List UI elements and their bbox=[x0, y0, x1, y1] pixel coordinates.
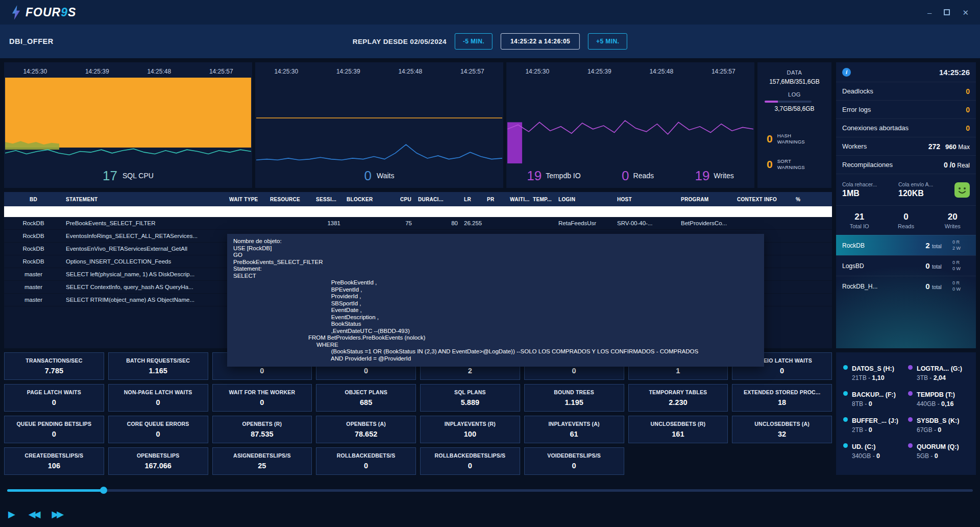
col-context-info[interactable]: CONTEXT INFO bbox=[734, 197, 793, 202]
col-resource[interactable]: RESOURCE bbox=[267, 197, 313, 202]
play-icon[interactable]: ▶ bbox=[8, 509, 17, 520]
tick-label: 14:25:30 bbox=[525, 68, 549, 75]
fast-forward-icon[interactable]: ▶▶ bbox=[52, 509, 64, 520]
database-name: DBI_OFFER bbox=[9, 37, 54, 45]
sql-statement-text: Nombre de objeto: USE [RockDB] GO PreBoo… bbox=[233, 238, 758, 362]
filter-row[interactable] bbox=[4, 206, 832, 217]
tile-bound-trees: BOUND TREES1.195 bbox=[524, 384, 624, 412]
reads-label: Reads bbox=[633, 172, 654, 180]
table-header: BDSTATEMENTWAIT TYPERESOURCESESSI...BLOC… bbox=[4, 192, 832, 206]
tile-rollbackedbetslips-s: ROLLBACKEDBETSLIPS/S0 bbox=[420, 447, 520, 475]
tile-asignedbetslips-s: ASIGNEDBETSLIPS/S25 bbox=[212, 447, 312, 475]
time-range-button[interactable]: 14:25:22 a 14:26:05 bbox=[501, 33, 580, 50]
tick-label: 14:25:48 bbox=[398, 68, 422, 75]
tempdb-io-value: 19 bbox=[527, 168, 542, 184]
col-cpu[interactable]: CPU bbox=[397, 197, 415, 202]
waits-chart-panel: 14:25:3014:25:3914:25:4814:25:57 0 Waits bbox=[255, 62, 503, 188]
col-duracion[interactable]: DURACI... bbox=[415, 197, 461, 202]
tile-core-queue-errors: CORE QUEUE ERRORS0 bbox=[108, 416, 208, 443]
disks-panel: DATOS_S (H:)21TB - 1,10 LOGTRA... (G:)3T… bbox=[836, 352, 976, 475]
tick-label: 14:25:39 bbox=[336, 68, 360, 75]
disk-dot-icon bbox=[843, 417, 848, 422]
stat-deadlocks: Deadlocks0 bbox=[836, 82, 976, 100]
tick-label: 14:25:57 bbox=[209, 68, 233, 75]
col-statement[interactable]: STATEMENT bbox=[63, 197, 226, 202]
stat-aborted-connections: Conexiones abortadas0 bbox=[836, 118, 976, 137]
col-blocker[interactable]: BLOCKER bbox=[344, 197, 397, 202]
tick-label: 14:25:57 bbox=[460, 68, 484, 75]
info-icon[interactable]: i bbox=[842, 68, 851, 77]
plus-5min-button[interactable]: +5 MIN. bbox=[588, 33, 627, 50]
queues-row: Cola rehacer... 1MB Cola envío A... 120K… bbox=[836, 174, 976, 205]
right-sidebar: i 14:25:26 Deadlocks0 Error logs0 Conexi… bbox=[836, 62, 976, 475]
writes-value: 19 bbox=[695, 168, 709, 184]
timeline-progress bbox=[7, 489, 104, 492]
tick-label: 14:25:39 bbox=[85, 68, 109, 75]
maximize-icon[interactable] bbox=[944, 9, 950, 15]
db-row-logsbd[interactable]: LogsBD 0 total 0 R0 W bbox=[836, 255, 976, 276]
disk-dot-icon bbox=[843, 443, 848, 448]
tempdb-chart bbox=[507, 78, 753, 163]
sql-cpu-label: SQL CPU bbox=[122, 172, 154, 180]
sql-cpu-plot bbox=[5, 78, 251, 163]
col-login[interactable]: LOGIN bbox=[555, 197, 614, 202]
timeline-slider[interactable] bbox=[7, 489, 973, 492]
stat-workers: Workers 272960 Max bbox=[836, 137, 976, 155]
sort-warnings-value: 0 bbox=[767, 158, 773, 171]
minimize-icon[interactable]: – bbox=[927, 9, 932, 16]
window-controls: – ✕ bbox=[927, 9, 969, 16]
tick-label: 14:25:39 bbox=[587, 68, 611, 75]
rewind-icon[interactable]: ◀◀ bbox=[29, 509, 41, 520]
db-row-rockdb[interactable]: RockDB 2 total 0 R2 W bbox=[836, 235, 976, 255]
col-bd[interactable]: BD bbox=[4, 197, 63, 202]
disk-logtra: LOGTRA... (G:)3TB - 2,04 bbox=[908, 362, 969, 388]
col-host[interactable]: HOST bbox=[614, 197, 678, 202]
time-axis: 14:25:3014:25:3914:25:4814:25:57 bbox=[506, 62, 754, 78]
minus-5min-button[interactable]: -5 MIN. bbox=[455, 33, 493, 50]
io-summary: 21Total IO 0Reads 20Writes bbox=[836, 205, 976, 235]
tile-object-plans: OBJECT PLANS685 bbox=[316, 384, 416, 412]
writes-label: Writes bbox=[714, 172, 733, 180]
tile-openbets-r: OPENBETS (R)87.535 bbox=[212, 416, 312, 443]
close-icon[interactable]: ✕ bbox=[962, 9, 969, 16]
table-row[interactable]: RockDBPreBookEvents_SELECT_FILTER1381758… bbox=[4, 217, 832, 230]
tempdb-plot bbox=[507, 78, 753, 163]
health-smiley-icon bbox=[954, 182, 970, 198]
tile-non-page-latch-waits: NON-PAGE LATCH WAITS0 bbox=[108, 384, 208, 412]
stat-error-logs: Error logs0 bbox=[836, 100, 976, 118]
db-row-rockdb-h[interactable]: RockDB_H... 0 total 0 R0 W bbox=[836, 276, 976, 296]
playback-controls: ▶ ◀◀ ▶▶ bbox=[0, 501, 980, 527]
tile-transactions-sec: TRANSACTIONS/SEC7.785 bbox=[4, 352, 104, 380]
tile-openbets-a: OPENBETS (A)78.652 bbox=[316, 416, 416, 443]
app-title: FOUR9S bbox=[26, 6, 76, 19]
sql-cpu-chart bbox=[5, 78, 251, 163]
data-usage-value: 157,6MB/351,6GB bbox=[764, 78, 825, 85]
disk-backup: BACKUP... (F:)8TB - 0 bbox=[843, 388, 904, 414]
logo-part-nine: 9 bbox=[61, 6, 68, 19]
send-queue: Cola envío A... 120KB bbox=[898, 181, 945, 198]
col-pr[interactable]: PR bbox=[484, 197, 507, 202]
col-program[interactable]: PROGRAM bbox=[678, 197, 734, 202]
timeline-row bbox=[0, 479, 980, 501]
timeline-handle[interactable] bbox=[100, 487, 107, 494]
tile-temporary-tables: TEMPORARY TABLES2.230 bbox=[628, 384, 728, 412]
col-tempdb[interactable]: TEMP... bbox=[530, 197, 555, 202]
tile-openbetslips: OPENBETSLIPS167.066 bbox=[108, 447, 208, 475]
replay-label: REPLAY DESDE 02/05/2024 bbox=[353, 38, 447, 45]
col-wait-type[interactable]: WAIT TYPE bbox=[226, 197, 267, 202]
log-title: LOG bbox=[764, 91, 825, 98]
col-lr[interactable]: LR bbox=[461, 197, 484, 202]
disk-dot-icon bbox=[908, 365, 913, 370]
col-session[interactable]: SESSI... bbox=[313, 197, 344, 202]
sql-cpu-caption: 17 SQL CPU bbox=[4, 163, 252, 188]
tick-label: 14:25:30 bbox=[274, 68, 298, 75]
col-percent[interactable]: % bbox=[793, 197, 832, 202]
hash-warnings-label: HASH WARNINGS bbox=[777, 133, 810, 145]
waits-caption: 0 Waits bbox=[255, 163, 503, 188]
col-waiting[interactable]: WAITI... bbox=[507, 197, 530, 202]
logo-part-s: S bbox=[68, 6, 76, 19]
tick-label: 14:25:48 bbox=[649, 68, 673, 75]
tile-rollbackedbets-s: ROLLBACKEDBETS/S0 bbox=[316, 447, 416, 475]
sql-cpu-value: 17 bbox=[103, 168, 117, 184]
disk-sysdb: SYSDB_S (K:)67GB - 0 bbox=[908, 414, 969, 440]
